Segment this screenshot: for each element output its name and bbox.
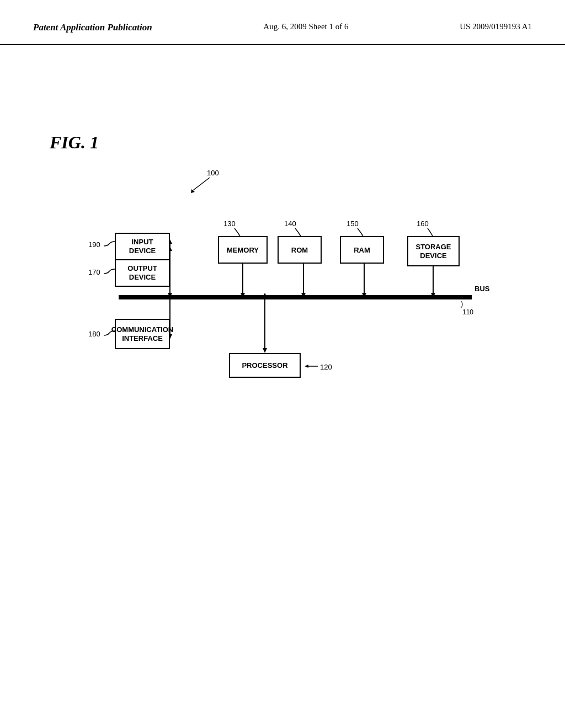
svg-text:): ) [461,299,463,308]
input-device-box: INPUTDEVICE [115,233,170,260]
output-device-box: OUTPUTDEVICE [115,259,170,287]
svg-text:190: 190 [88,240,100,249]
svg-marker-26 [263,348,267,353]
processor-box: PROCESSOR [229,353,301,378]
svg-text:110: 110 [462,308,473,316]
ram-label: RAM [354,246,370,254]
storage-device-box: STORAGEDEVICE [407,236,460,266]
output-device-label: OUTPUTDEVICE [127,264,157,281]
svg-marker-39 [305,365,308,368]
svg-text:140: 140 [284,220,296,228]
svg-marker-8 [168,293,172,298]
input-device-label: INPUTDEVICE [129,238,156,255]
svg-text:100: 100 [207,169,219,177]
svg-text:120: 120 [320,363,332,371]
diagram-area: FIG. 1 BUS ) 110 [33,99,530,458]
diagram-svg: BUS ) 110 [33,99,530,458]
svg-marker-19 [362,293,366,298]
svg-marker-13 [241,293,245,298]
svg-text:180: 180 [88,330,100,338]
storage-device-label: STORAGEDEVICE [415,243,451,260]
communication-interface-label: COMMUNICATIONINTERFACE [111,325,173,342]
svg-marker-22 [431,293,435,298]
processor-label: PROCESSOR [242,361,287,370]
memory-box: MEMORY [218,236,268,264]
svg-text:170: 170 [88,268,100,276]
svg-marker-29 [191,189,195,193]
svg-text:BUS: BUS [475,285,490,293]
memory-label: MEMORY [227,246,259,254]
svg-marker-16 [301,293,306,298]
date-sheet-label: Aug. 6, 2009 Sheet 1 of 6 [263,22,348,31]
svg-text:130: 130 [223,220,236,228]
svg-text:150: 150 [347,220,359,228]
svg-marker-25 [263,293,267,297]
rom-label: ROM [291,246,308,254]
page-header: Patent Application Publication Aug. 6, 2… [0,0,565,45]
communication-interface-box: COMMUNICATIONINTERFACE [115,319,170,349]
patent-number-label: US 2009/0199193 A1 [460,22,532,31]
rom-box: ROM [278,236,322,264]
page: Patent Application Publication Aug. 6, 2… [0,0,565,728]
publication-label: Patent Application Publication [33,22,152,33]
svg-line-28 [193,178,210,190]
svg-text:160: 160 [417,220,429,228]
svg-marker-4 [168,295,172,299]
ram-box: RAM [340,236,384,264]
figure-label: FIG. 1 [50,132,99,153]
bus-line [119,295,472,299]
